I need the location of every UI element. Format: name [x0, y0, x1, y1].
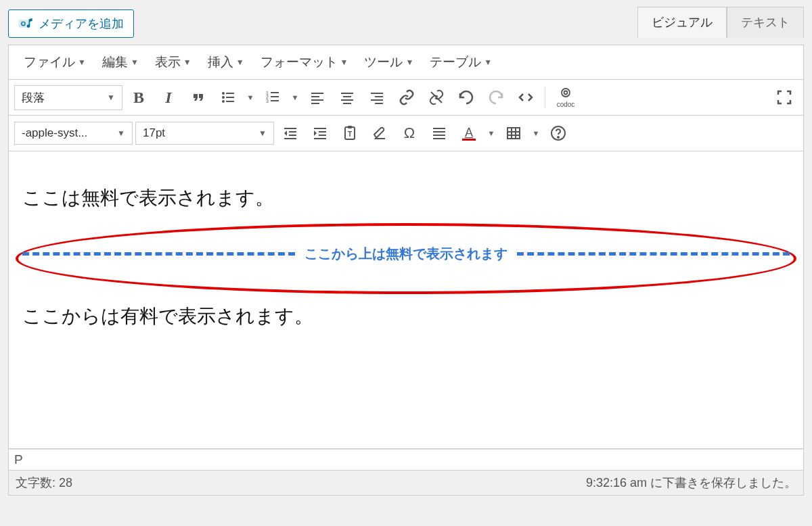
text-color-dropdown[interactable]: ▼ [485, 120, 497, 147]
clear-formatting-button[interactable] [366, 120, 393, 147]
svg-rect-12 [271, 96, 279, 97]
paywall-divider-container: ここから上は無料で表示されます [22, 231, 790, 277]
svg-rect-35 [314, 128, 326, 129]
font-size-select[interactable]: 17pt ▼ [135, 122, 274, 145]
svg-rect-15 [311, 93, 323, 94]
add-media-button[interactable]: メディアを追加 [8, 9, 134, 38]
unlink-button[interactable] [423, 84, 450, 111]
caret-down-icon: ▼ [117, 128, 125, 138]
svg-marker-34 [284, 130, 287, 136]
menu-table[interactable]: テーブル▼ [422, 49, 500, 75]
paywall-divider[interactable]: ここから上は無料で表示されます [22, 245, 790, 263]
svg-rect-44 [433, 128, 445, 129]
bulleted-list-dropdown[interactable]: ▼ [244, 84, 256, 111]
editor-mode-tabs: ビジュアル テキスト [637, 7, 804, 38]
svg-rect-25 [371, 99, 383, 101]
svg-rect-20 [343, 96, 351, 97]
svg-rect-41 [348, 126, 352, 128]
caret-down-icon: ▼ [183, 57, 191, 67]
indent-button[interactable] [307, 120, 334, 147]
dash-right [517, 252, 790, 256]
svg-point-7 [222, 100, 225, 103]
svg-rect-10 [271, 92, 279, 93]
link-button[interactable] [393, 84, 420, 111]
align-center-button[interactable] [334, 84, 361, 111]
editor-content[interactable]: ここは無料で表示されます。 ここから上は無料で表示されます ここからは有料で表示… [8, 151, 804, 449]
svg-point-54 [558, 137, 559, 138]
menubar: ファイル▼ 編集▼ 表示▼ 挿入▼ フォーマット▼ ツール▼ テーブル▼ [8, 45, 804, 80]
svg-rect-18 [311, 103, 319, 104]
align-left-button[interactable] [304, 84, 331, 111]
toolbar-separator [545, 87, 545, 108]
codoc-button[interactable]: codoc [551, 84, 581, 111]
dash-left [22, 252, 295, 256]
fullscreen-button[interactable] [771, 84, 798, 111]
free-content-text[interactable]: ここは無料で表示されます。 [22, 185, 790, 211]
menu-edit[interactable]: 編集▼ [94, 49, 147, 75]
svg-text:3: 3 [266, 99, 269, 103]
numbered-list-dropdown[interactable]: ▼ [289, 84, 301, 111]
svg-point-2 [27, 25, 30, 28]
word-count: 文字数: 28 [16, 475, 72, 491]
caret-down-icon: ▼ [258, 128, 267, 138]
svg-rect-33 [284, 138, 296, 139]
svg-rect-22 [343, 103, 351, 104]
svg-rect-23 [371, 93, 383, 94]
menu-view[interactable]: 表示▼ [147, 49, 200, 75]
table-dropdown[interactable]: ▼ [530, 120, 542, 147]
svg-point-29 [564, 91, 568, 94]
numbered-list-button[interactable]: 123 [259, 84, 286, 111]
strikethrough-button[interactable] [426, 120, 453, 147]
toolbar-primary: 段落 ▼ B I ▼ 123 ▼ [8, 80, 804, 116]
caret-down-icon: ▼ [78, 57, 86, 67]
menu-tools[interactable]: ツール▼ [356, 49, 422, 75]
menu-file[interactable]: ファイル▼ [16, 49, 94, 75]
table-button[interactable] [500, 120, 527, 147]
svg-rect-24 [375, 96, 383, 97]
special-character-button[interactable]: Ω [396, 120, 423, 147]
svg-rect-32 [289, 135, 296, 136]
paywall-divider-label: ここから上は無料で表示されます [295, 245, 517, 263]
paid-content-text[interactable]: ここからは有料で表示されます。 [22, 304, 790, 329]
code-button[interactable] [512, 84, 539, 111]
caret-down-icon: ▼ [484, 57, 492, 67]
paste-text-button[interactable]: T [336, 120, 363, 147]
svg-rect-0 [19, 20, 28, 28]
blockquote-button[interactable] [185, 84, 212, 111]
text-color-button[interactable]: A [455, 120, 482, 147]
svg-rect-4 [226, 93, 234, 94]
redo-button[interactable] [482, 84, 510, 111]
svg-text:T: T [348, 130, 352, 138]
svg-rect-38 [314, 138, 326, 139]
svg-point-28 [562, 89, 570, 97]
menu-insert[interactable]: 挿入▼ [200, 49, 252, 75]
italic-button[interactable]: I [155, 84, 182, 111]
outdent-button[interactable] [277, 120, 304, 147]
tab-text[interactable]: テキスト [727, 7, 804, 38]
svg-marker-39 [314, 130, 317, 136]
help-button[interactable] [545, 120, 572, 147]
svg-rect-45 [433, 131, 445, 133]
svg-rect-21 [341, 99, 353, 101]
menu-format[interactable]: フォーマット▼ [252, 49, 357, 75]
text-color-indicator [462, 139, 476, 141]
svg-rect-30 [284, 128, 296, 129]
tab-visual[interactable]: ビジュアル [637, 7, 727, 38]
align-right-button[interactable] [363, 84, 390, 111]
svg-point-3 [222, 92, 225, 95]
element-path[interactable]: P [8, 449, 804, 471]
caret-down-icon: ▼ [236, 57, 244, 67]
svg-rect-47 [433, 138, 445, 139]
bold-button[interactable]: B [125, 84, 152, 111]
camera-music-icon [18, 18, 33, 30]
paragraph-format-select[interactable]: 段落 ▼ [14, 85, 122, 110]
undo-button[interactable] [453, 84, 480, 111]
caret-down-icon: ▼ [405, 57, 413, 67]
font-family-select[interactable]: -apple-syst... ▼ [14, 122, 133, 145]
svg-rect-26 [375, 103, 383, 104]
bulleted-list-button[interactable] [215, 84, 242, 111]
caret-down-icon: ▼ [107, 93, 115, 102]
svg-rect-14 [271, 100, 279, 101]
svg-rect-36 [319, 131, 326, 133]
svg-rect-16 [311, 96, 319, 97]
